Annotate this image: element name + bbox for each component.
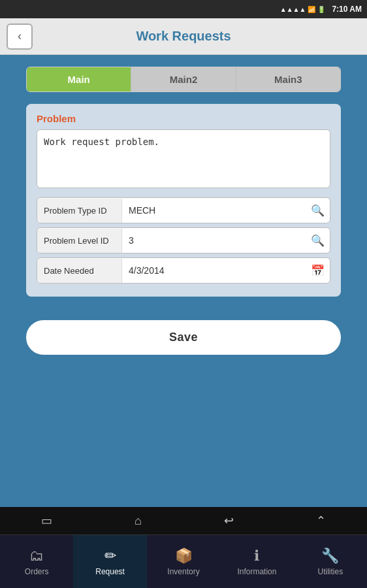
main-content: Main Main2 Main3 Problem Work request pr… <box>0 55 367 308</box>
nav-item-request[interactable]: ✏ Request <box>73 535 146 588</box>
tabs-container: Main Main2 Main3 <box>26 67 341 92</box>
battery-icon: 🔋 <box>317 6 325 13</box>
date-needed-row: Date Needed 📅 <box>37 257 330 284</box>
request-icon: ✏ <box>104 547 116 564</box>
problem-type-id-search-icon[interactable]: 🔍 <box>305 198 330 223</box>
page-title: Work Requests <box>33 29 334 44</box>
tab-main3[interactable]: Main3 <box>236 67 340 91</box>
problem-type-id-input[interactable] <box>122 198 305 223</box>
problem-textarea[interactable]: Work request problem. <box>37 129 330 188</box>
nav-item-inventory[interactable]: 📦 Inventory <box>147 535 220 588</box>
android-home-button[interactable]: ⌂ <box>135 514 142 528</box>
utilities-icon: 🔧 <box>321 547 339 564</box>
inventory-label: Inventory <box>167 567 199 576</box>
signal-icon: ▲▲▲▲ <box>280 6 306 13</box>
save-button-wrap: Save <box>0 308 367 367</box>
save-button[interactable]: Save <box>26 320 341 355</box>
orders-icon: 🗂 <box>29 547 44 564</box>
problem-level-id-search-icon[interactable]: 🔍 <box>305 228 330 253</box>
information-icon: ℹ <box>254 547 259 564</box>
status-time: 7:10 AM <box>332 5 362 14</box>
bottom-nav: 🗂 Orders ✏ Request 📦 Inventory ℹ Informa… <box>0 534 367 588</box>
nav-item-orders[interactable]: 🗂 Orders <box>0 535 73 588</box>
android-back-button[interactable]: ↩ <box>224 514 234 528</box>
android-nav-bar: ▭ ⌂ ↩ ⌃ <box>0 507 367 534</box>
content-area: Main Main2 Main3 Problem Work request pr… <box>0 55 367 507</box>
date-needed-input[interactable] <box>122 258 305 283</box>
top-header: ‹ Work Requests <box>0 18 367 55</box>
form-card: Problem Work request problem. Problem Ty… <box>26 104 341 297</box>
date-needed-label: Date Needed <box>37 259 122 283</box>
wifi-icon: 📶 <box>308 6 315 13</box>
utilities-label: Utilities <box>317 567 343 576</box>
section-label-problem: Problem <box>37 113 330 124</box>
request-label: Request <box>95 567 125 576</box>
problem-level-id-label: Problem Level ID <box>37 229 122 253</box>
nav-item-utilities[interactable]: 🔧 Utilities <box>294 535 367 588</box>
problem-level-id-input[interactable] <box>122 228 305 253</box>
tab-main2[interactable]: Main2 <box>131 67 236 91</box>
back-button[interactable]: ‹ <box>7 24 33 50</box>
inventory-icon: 📦 <box>175 547 193 564</box>
android-menu-button[interactable]: ⌃ <box>316 514 326 528</box>
back-icon: ‹ <box>18 29 22 43</box>
status-bar: ▲▲▲▲ 📶 🔋 7:10 AM <box>0 0 367 18</box>
problem-type-id-label: Problem Type ID <box>37 199 122 223</box>
problem-level-id-row: Problem Level ID 🔍 <box>37 227 330 253</box>
calendar-icon[interactable]: 📅 <box>305 258 330 283</box>
status-icons: ▲▲▲▲ 📶 🔋 <box>280 6 326 13</box>
orders-label: Orders <box>25 567 49 576</box>
problem-type-id-row: Problem Type ID 🔍 <box>37 197 330 223</box>
information-label: Information <box>237 567 276 576</box>
nav-item-information[interactable]: ℹ Information <box>220 535 293 588</box>
android-recent-button[interactable]: ▭ <box>41 514 52 528</box>
tab-main[interactable]: Main <box>27 67 131 91</box>
